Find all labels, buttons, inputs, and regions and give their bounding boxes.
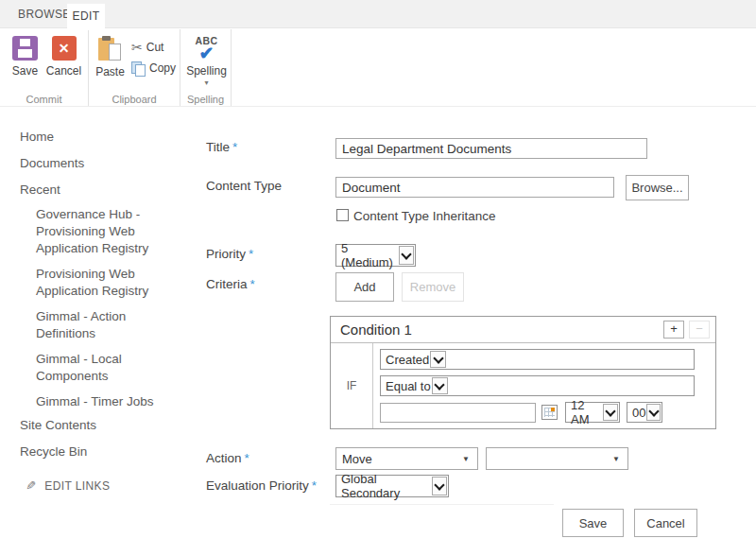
- sidebar-item-recycle-bin[interactable]: Recycle Bin: [0, 439, 194, 465]
- cut-button[interactable]: ✂ Cut: [131, 37, 176, 58]
- form-cancel-button[interactable]: Cancel: [634, 509, 697, 537]
- paste-icon: [98, 36, 121, 61]
- evaluation-priority-label-text: Evaluation Priority: [206, 478, 309, 493]
- save-icon: [12, 36, 38, 61]
- required-asterisk: *: [232, 140, 237, 154]
- sidebar: Home Documents Recent Governance Hub - P…: [0, 124, 194, 493]
- group-label-commit: Commit: [0, 94, 88, 105]
- title-label-text: Title: [206, 140, 230, 154]
- add-condition-button[interactable]: +: [663, 321, 684, 339]
- sidebar-item-governance-hub-provisioning-web-application-registry[interactable]: Governance Hub - Provisioning Web Applic…: [36, 206, 170, 257]
- save-button-label: Save: [12, 64, 38, 78]
- group-label-clipboard: Clipboard: [89, 94, 180, 105]
- action-label: Action*: [206, 451, 249, 465]
- save-button[interactable]: Save: [6, 35, 44, 78]
- title-label: Title*: [206, 140, 237, 154]
- if-label: IF: [331, 343, 373, 428]
- criteria-label-text: Criteria: [206, 277, 248, 291]
- priority-select[interactable]: 5 (Medium): [335, 244, 416, 267]
- sidebar-item-gimmal-local-components[interactable]: Gimmal - Local Components: [36, 351, 170, 385]
- paste-button-label: Paste: [95, 65, 125, 78]
- add-criteria-button[interactable]: Add: [335, 272, 394, 302]
- footer-divider: [330, 504, 554, 505]
- chevron-down-icon: [432, 477, 447, 495]
- sidebar-item-provisioning-web-application-registry[interactable]: Provisioning Web Application Registry: [36, 266, 170, 300]
- ribbon-tab-strip: BROWSE EDIT: [0, 0, 756, 28]
- condition-operator-select[interactable]: Equal to: [380, 375, 695, 396]
- condition-hour-value: 12 AM: [571, 398, 602, 426]
- sidebar-item-documents[interactable]: Documents: [0, 150, 194, 177]
- edit-links-label: EDIT LINKS: [44, 479, 110, 493]
- form-save-button[interactable]: Save: [562, 509, 624, 537]
- calendar-icon[interactable]: [541, 405, 558, 420]
- action-label-text: Action: [206, 451, 242, 465]
- content-type-inheritance-checkbox[interactable]: [336, 209, 349, 221]
- required-asterisk: *: [249, 247, 253, 261]
- copy-button[interactable]: Copy: [131, 58, 176, 78]
- ribbon-group-clipboard: Paste ✂ Cut Copy Clipboard: [89, 29, 180, 106]
- criteria-label: Criteria*: [206, 277, 255, 291]
- condition-field-value: Created: [386, 353, 429, 367]
- condition-operator-value: Equal to: [386, 379, 431, 393]
- condition-field-select[interactable]: Created: [380, 349, 695, 370]
- chevron-down-icon: [430, 351, 446, 368]
- sidebar-item-recent[interactable]: Recent: [0, 177, 194, 203]
- priority-label: Priority*: [206, 247, 253, 261]
- evaluation-priority-value: Global Secondary: [341, 472, 431, 500]
- condition-hour-select[interactable]: 12 AM: [565, 402, 620, 423]
- dropdown-arrow-icon: ▼: [462, 455, 470, 463]
- action-select-value: Move: [342, 452, 372, 466]
- chevron-down-icon: ▾: [204, 79, 208, 86]
- copy-button-label: Copy: [149, 61, 176, 75]
- condition-date-input[interactable]: [380, 403, 536, 423]
- ribbon: Save ✕ Cancel Commit Paste ✂ Cut: [0, 29, 756, 107]
- cancel-icon: ✕: [52, 36, 77, 61]
- tab-edit[interactable]: EDIT: [67, 4, 105, 30]
- chevron-down-icon: [432, 377, 448, 394]
- evaluation-priority-label: Evaluation Priority*: [206, 478, 317, 493]
- spelling-button[interactable]: ABC ✔ Spelling ▾: [186, 35, 227, 86]
- pencil-icon: ✎: [26, 478, 36, 493]
- content-type-label: Content Type: [206, 179, 282, 193]
- chevron-down-icon: [603, 404, 618, 421]
- sidebar-item-gimmal-timer-jobs[interactable]: Gimmal - Timer Jobs: [36, 393, 170, 410]
- action-select[interactable]: Move ▼: [335, 447, 478, 470]
- cut-icon: ✂: [131, 41, 143, 54]
- priority-label-text: Priority: [206, 247, 246, 261]
- chevron-down-icon: [399, 246, 414, 265]
- sidebar-item-gimmal-action-definitions[interactable]: Gimmal - Action Definitions: [36, 308, 170, 342]
- sidebar-item-home[interactable]: Home: [0, 124, 194, 150]
- required-asterisk: *: [245, 451, 249, 465]
- required-asterisk: *: [312, 478, 317, 493]
- priority-select-value: 5 (Medium): [341, 241, 398, 269]
- spelling-button-label: Spelling: [186, 64, 227, 78]
- paste-button[interactable]: Paste: [94, 35, 126, 78]
- action-target-select[interactable]: ▼: [486, 447, 628, 470]
- required-asterisk: *: [250, 277, 255, 291]
- title-input[interactable]: [335, 138, 647, 159]
- content-type-input[interactable]: [335, 177, 614, 198]
- condition-title: Condition 1: [340, 321, 412, 338]
- edit-links-button[interactable]: ✎ EDIT LINKS: [0, 478, 194, 493]
- content-type-inheritance-label: Content Type Inheritance: [353, 209, 496, 223]
- spellcheck-icon: ✔: [199, 45, 215, 62]
- remove-condition-button[interactable]: −: [689, 321, 710, 339]
- cancel-button[interactable]: ✕ Cancel: [44, 35, 83, 78]
- condition-minute-select[interactable]: 00: [627, 402, 662, 423]
- copy-icon: [131, 61, 146, 75]
- cancel-button-label: Cancel: [46, 64, 81, 78]
- chevron-down-icon: [646, 404, 661, 421]
- tab-browse[interactable]: BROWSE: [18, 0, 71, 28]
- condition-panel: Condition 1 + − IF Created Equal to 12 A…: [330, 316, 716, 429]
- condition-header: Condition 1 + −: [331, 317, 715, 343]
- ribbon-group-spelling: ABC ✔ Spelling ▾ Spelling: [180, 29, 232, 106]
- cut-button-label: Cut: [146, 41, 164, 54]
- ribbon-group-commit: Save ✕ Cancel Commit: [0, 29, 89, 106]
- condition-minute-value: 00: [632, 406, 645, 420]
- sidebar-item-site-contents[interactable]: Site Contents: [0, 412, 194, 439]
- group-label-spelling: Spelling: [180, 94, 231, 105]
- evaluation-priority-select[interactable]: Global Secondary: [335, 475, 449, 497]
- sidebar-recent-list: Governance Hub - Provisioning Web Applic…: [0, 203, 194, 412]
- browse-button[interactable]: Browse...: [626, 175, 689, 200]
- remove-criteria-button[interactable]: Remove: [402, 272, 464, 302]
